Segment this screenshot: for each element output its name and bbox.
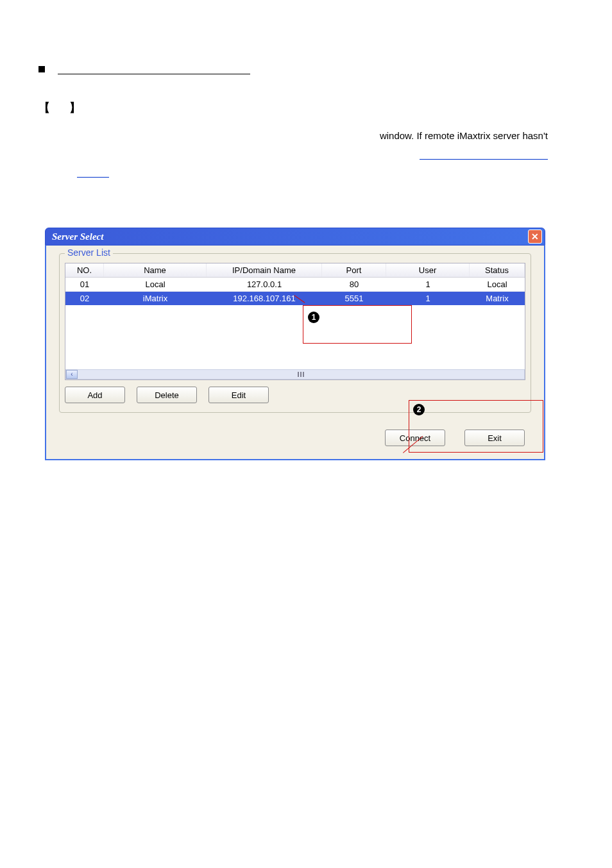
cell-ip: 127.0.0.1 [207, 278, 322, 292]
link-placeholder-right[interactable] [420, 148, 548, 160]
delete-button[interactable]: Delete [137, 387, 197, 403]
cell-name: Local [104, 278, 207, 292]
callout-number-1-icon: 1 [308, 312, 319, 323]
fieldset-legend: Server List [65, 247, 113, 258]
close-button[interactable]: ✕ [528, 230, 542, 244]
col-header-name[interactable]: Name [104, 263, 207, 277]
close-bracket-icon: 】 [69, 101, 81, 114]
document-body: 【 】 window. If remote iMaxtrix server ha… [0, 0, 612, 179]
cell-port: 5551 [322, 292, 386, 305]
scroll-handle-icon[interactable] [294, 371, 307, 378]
col-header-no[interactable]: NO. [65, 263, 104, 277]
cell-status: Local [470, 278, 525, 292]
col-header-ip[interactable]: IP/Domain Name [207, 263, 322, 277]
col-header-user[interactable]: User [386, 263, 470, 277]
cell-user: 1 [386, 278, 470, 292]
heading-bullet-row [38, 64, 574, 74]
add-button[interactable]: Add [65, 387, 125, 403]
list-header: NO. Name IP/Domain Name Port User Status [65, 263, 525, 278]
col-header-status[interactable]: Status [470, 263, 525, 277]
edit-button[interactable]: Edit [208, 387, 269, 403]
horizontal-scrollbar[interactable]: ‹ [65, 369, 525, 380]
callout-number-2-icon: 2 [413, 404, 425, 415]
cell-name: iMatrix [104, 292, 207, 305]
bracket-heading: 【 】 [38, 100, 574, 115]
col-header-port[interactable]: Port [322, 263, 386, 277]
cell-no: 01 [65, 278, 104, 292]
dialog-title: Server Select [52, 231, 103, 242]
table-row[interactable]: 01 Local 127.0.0.1 80 1 Local [65, 278, 525, 292]
scroll-left-icon[interactable]: ‹ [66, 370, 78, 379]
close-icon: ✕ [531, 231, 539, 242]
link-placeholder-left[interactable] [77, 166, 109, 178]
server-list[interactable]: NO. Name IP/Domain Name Port User Status… [65, 263, 525, 380]
server-list-fieldset: Server List NO. Name IP/Domain Name Port… [59, 253, 531, 413]
link-line-2 [38, 164, 574, 179]
dialog-action-row: 2 Connect Exit [59, 430, 531, 446]
link-line-1 [38, 146, 574, 162]
open-bracket-icon: 【 [38, 101, 50, 114]
server-select-dialog: Server Select ✕ Server List NO. Name IP/… [45, 228, 545, 460]
cell-port: 80 [322, 278, 386, 292]
paragraph-fragment: window. If remote iMaxtrix server hasn't [38, 128, 574, 144]
cell-status: Matrix [470, 292, 525, 305]
dialog-titlebar[interactable]: Server Select ✕ [45, 228, 545, 246]
cell-ip: 192.168.107.161 [207, 292, 322, 305]
cell-no: 02 [65, 292, 104, 305]
callout-box-2 [409, 400, 543, 453]
list-empty-area: 1 [65, 305, 525, 369]
bullet-square-icon [38, 66, 45, 72]
table-row[interactable]: 02 iMatrix 192.168.107.161 5551 1 Matrix [65, 292, 525, 305]
underline-placeholder [58, 64, 250, 74]
callout-box-1 [303, 305, 412, 344]
fragment-text: window. If remote iMaxtrix server hasn't [380, 130, 548, 141]
dialog-body: Server List NO. Name IP/Domain Name Port… [45, 246, 545, 460]
cell-user: 1 [386, 292, 470, 305]
